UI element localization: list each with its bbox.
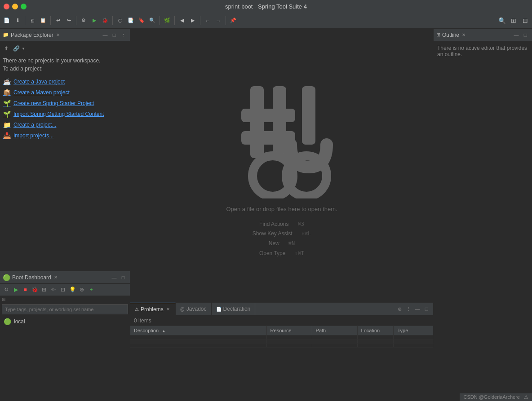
- boot-apps-icon-row: ⊞: [0, 296, 130, 303]
- link-create-java[interactable]: ☕Create a Java project: [2, 76, 128, 87]
- link-create-project[interactable]: 📁Create a project...: [2, 119, 128, 130]
- warning-icon: ⚠: [524, 394, 528, 400]
- boot-tags-input[interactable]: [2, 304, 128, 314]
- link-import-spring-getting-started[interactable]: 🌱Import Spring Getting Started Content: [2, 109, 128, 119]
- problems-tab-close[interactable]: ✕: [165, 307, 171, 312]
- javadoc-tab-icon: @: [180, 307, 185, 312]
- prev-edit-btn[interactable]: ◀: [177, 16, 187, 26]
- outline-controls: — □: [512, 31, 529, 39]
- pkg-maximize-btn[interactable]: □: [110, 31, 118, 39]
- pkg-menu-btn[interactable]: ⋮: [119, 31, 127, 39]
- show-key-assist-label: Show Key Assist: [253, 229, 293, 239]
- col-description[interactable]: Description ▲: [130, 326, 266, 335]
- package-explorer-section: 📁 Package Explorer ✕ — □ ⋮ ⬆ 🔗 ▼ There a: [0, 29, 130, 271]
- link-icon-import-projects: 📥: [3, 132, 11, 140]
- settings-btn[interactable]: ⚙: [79, 16, 89, 26]
- outline-maximize-btn[interactable]: □: [521, 31, 529, 39]
- minimize-button[interactable]: [12, 4, 18, 9]
- link-create-spring-starter[interactable]: 🌱Create new Spring Starter Project: [2, 98, 128, 109]
- problems-header-row: Description ▲ Resource Path Location Typ…: [130, 326, 433, 335]
- outline-content: There is no active editor that provides …: [434, 41, 532, 401]
- maximize-button[interactable]: [21, 4, 27, 9]
- tab-javadoc[interactable]: @ Javadoc: [176, 303, 212, 315]
- open-type-label: Open Type: [259, 249, 286, 259]
- bookmark-btn[interactable]: 🔖: [137, 16, 146, 26]
- boot-dashboard-close[interactable]: ✕: [53, 275, 58, 280]
- copy-btn[interactable]: ⎘: [27, 16, 37, 26]
- boot-edit-btn[interactable]: ✏: [49, 285, 58, 294]
- title-bar: sprint-boot - Spring Tool Suite 4: [0, 0, 532, 13]
- status-bar: CSDN @GolderiaArchere ⚠: [460, 393, 532, 401]
- pkg-view-menu-btn[interactable]: ▼: [22, 44, 25, 53]
- sep4: [112, 16, 113, 25]
- new-label: New: [269, 239, 279, 249]
- problems-table-header: Description ▲ Resource Path Location Typ…: [130, 326, 433, 335]
- next-edit-btn[interactable]: ▶: [188, 16, 198, 26]
- col-path[interactable]: Path: [312, 326, 357, 335]
- boot-dashboard-header: 🟢 Boot Dashboard ✕ — □: [0, 271, 130, 284]
- bottom-menu-btn[interactable]: ⋮: [404, 305, 412, 313]
- boot-open-btn[interactable]: ⊞: [40, 285, 49, 294]
- declaration-tab-label: Declaration: [223, 306, 251, 312]
- bottom-minimize-btn[interactable]: —: [413, 305, 421, 313]
- spring-btn[interactable]: 🌿: [162, 16, 172, 26]
- col-type[interactable]: Type: [394, 326, 433, 335]
- boot-collapse-btn[interactable]: —: [110, 273, 118, 282]
- bottom-tab-controls: ⊛ ⋮ — □: [395, 305, 433, 313]
- col-resource[interactable]: Resource: [266, 326, 312, 335]
- boot-console-btn[interactable]: ⊡: [58, 285, 67, 294]
- search2-btn[interactable]: 🔍: [147, 16, 157, 26]
- pkg-collapse-all-btn[interactable]: ⬆: [2, 44, 11, 53]
- back-btn[interactable]: ←: [203, 16, 213, 26]
- boot-start-btn[interactable]: ▶: [11, 285, 20, 294]
- boot-refresh-btn[interactable]: ↻: [2, 285, 11, 294]
- new-class-btn[interactable]: C: [115, 16, 125, 26]
- pkg-toolbar: ⬆ 🔗 ▼: [2, 44, 128, 53]
- col-location[interactable]: Location: [357, 326, 394, 335]
- link-create-maven[interactable]: 📦Create a Maven project: [2, 87, 128, 98]
- boot-maximize-btn[interactable]: □: [119, 273, 127, 282]
- link-import-projects[interactable]: 📥Import projects...: [2, 130, 128, 141]
- pkg-collapse-btn[interactable]: —: [101, 31, 109, 39]
- redo-btn[interactable]: ↪: [64, 16, 74, 26]
- boot-dashboard-title: Boot Dashboard: [12, 274, 51, 281]
- open-btn[interactable]: ⬇: [13, 16, 22, 26]
- tab-problems[interactable]: ⚠ Problems ✕: [130, 303, 176, 315]
- boot-debug-btn[interactable]: 🐞: [30, 285, 39, 294]
- package-explorer-header: 📁 Package Explorer ✕ — □ ⋮: [0, 29, 130, 41]
- open-perspective-btn[interactable]: ⊟: [520, 16, 530, 26]
- link-icon-create-project: 📁: [3, 121, 11, 129]
- package-explorer-close[interactable]: ✕: [55, 32, 61, 37]
- outline-minimize-btn[interactable]: —: [512, 31, 520, 39]
- debug-btn[interactable]: 🐞: [100, 16, 110, 26]
- new-file-btn[interactable]: 📑: [126, 16, 136, 26]
- boot-add-btn[interactable]: +: [87, 285, 96, 294]
- table-row: [130, 335, 433, 339]
- pkg-link-btn[interactable]: 🔗: [12, 44, 21, 53]
- bottom-maximize-btn[interactable]: □: [422, 305, 430, 313]
- forward-btn[interactable]: →: [213, 16, 223, 26]
- window-title: sprint-boot - Spring Tool Suite 4: [225, 3, 307, 10]
- table-row: [130, 339, 433, 344]
- right-panel: ⊞ Outline ✕ — □ There is no active edito…: [433, 29, 532, 401]
- undo-btn[interactable]: ↩: [53, 16, 63, 26]
- perspective-btn[interactable]: ⊞: [509, 16, 519, 26]
- boot-lightbulb-btn[interactable]: 💡: [68, 285, 77, 294]
- new-btn[interactable]: 📄: [2, 16, 12, 26]
- sep5: [160, 16, 160, 25]
- sep8: [226, 16, 226, 25]
- close-button[interactable]: [4, 4, 9, 9]
- sep7: [200, 16, 200, 25]
- paste-btn[interactable]: 📋: [38, 16, 48, 26]
- javadoc-tab-label: Javadoc: [186, 306, 207, 312]
- tab-declaration[interactable]: 📄 Declaration: [212, 303, 256, 315]
- pin-btn[interactable]: 📌: [228, 16, 238, 26]
- package-explorer-content: ⬆ 🔗 ▼ There are no projects in your work…: [0, 41, 130, 271]
- filter-btn[interactable]: ⊛: [395, 305, 403, 313]
- boot-filter-btn[interactable]: ⊛: [77, 285, 86, 294]
- global-search-icon[interactable]: 🔍: [497, 16, 507, 26]
- boot-stop-btn[interactable]: ■: [21, 285, 30, 294]
- outline-close[interactable]: ✕: [461, 32, 466, 37]
- run-btn[interactable]: ▶: [89, 16, 99, 26]
- boot-icon: 🟢: [3, 274, 10, 281]
